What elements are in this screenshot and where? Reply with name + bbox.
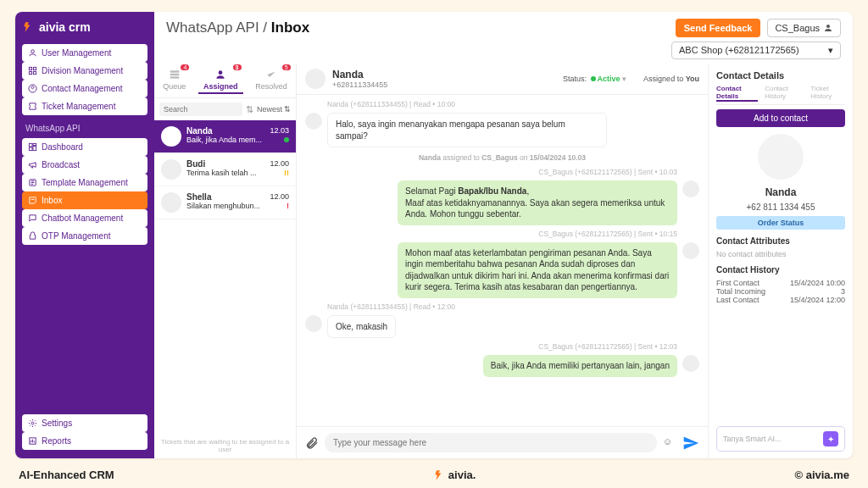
chat-contact-phone: +628111334455	[332, 80, 387, 89]
svg-rect-6	[33, 147, 36, 151]
shop-selector[interactable]: ABC Shop (+628121172565) ▾	[671, 42, 841, 59]
brand-logo: aivia crm	[22, 20, 147, 34]
avatar	[305, 69, 326, 89]
svg-point-15	[219, 70, 223, 75]
details-tab-ticket[interactable]: Ticket History	[810, 85, 845, 102]
logo-icon	[433, 469, 445, 481]
svg-rect-12	[170, 70, 180, 72]
message-row: Selamat Pagi Bapak/Ibu Nanda,Maaf atas k…	[305, 180, 699, 225]
avatar	[682, 180, 699, 197]
details-phone: +62 811 1334 455	[716, 202, 845, 212]
message-bubble: Halo, saya ingin menanyakan mengapa pesa…	[327, 113, 607, 147]
message-meta: CS_Bagus (+628121172565) | Sent • 10.03	[305, 168, 699, 176]
send-icon[interactable]	[682, 435, 699, 452]
nav-settings[interactable]: Settings	[22, 414, 147, 432]
tab-queue[interactable]: Queue4	[158, 67, 191, 94]
emoji-icon[interactable]: ☺	[663, 436, 676, 450]
attachment-icon[interactable]	[305, 436, 319, 450]
history-row: Total Incoming3	[716, 287, 845, 296]
add-to-contact-button[interactable]: Add to contact	[716, 109, 845, 127]
sparkle-icon: ✦	[823, 431, 838, 446]
message-bubble: Baik, jika Anda memiliki pertanyaan lain…	[483, 355, 677, 377]
svg-rect-2	[29, 71, 31, 74]
message-row: Mohon maaf atas keterlambatan pengiriman…	[305, 242, 699, 298]
nav-section-whatsapp: WhatsApp API	[22, 119, 147, 135]
details-header: Contact Details	[716, 70, 845, 80]
breadcrumb: WhatsApp API / Inbox	[166, 19, 309, 36]
nav-otp-management[interactable]: OTP Management	[22, 227, 147, 245]
contact-attributes-empty: No contact attributes	[716, 250, 845, 258]
assignment-divider: Nanda assigned to CS_Bagus on 15/04/2024…	[305, 152, 699, 164]
nav-division-management[interactable]: Division Management	[22, 62, 147, 80]
svg-point-9	[31, 422, 34, 424]
history-row: Last Contact15/4/2024 12:00	[716, 296, 845, 304]
svg-rect-5	[33, 143, 36, 145]
svg-rect-4	[29, 143, 32, 147]
svg-rect-0	[29, 67, 31, 69]
message-bubble: Selamat Pagi Bapak/Ibu Nanda,Maaf atas k…	[398, 180, 677, 225]
send-feedback-button[interactable]: Send Feedback	[676, 19, 761, 37]
waiting-note: Tickets that are waiting to be assigned …	[154, 433, 296, 458]
current-user-pill[interactable]: CS_Bagus	[767, 19, 841, 37]
user-icon	[823, 23, 833, 33]
nav-user-management[interactable]: User Management	[22, 44, 147, 62]
search-input[interactable]	[159, 103, 242, 116]
chat-contact-name: Nanda	[332, 69, 387, 80]
svg-point-11	[826, 25, 830, 28]
resolved-icon	[265, 69, 277, 80]
tab-assigned[interactable]: Assigned3	[198, 67, 243, 94]
svg-rect-1	[33, 67, 36, 69]
topbar: WhatsApp API / Inbox Send Feedback CS_Ba…	[154, 12, 853, 40]
message-meta: Nanda (+628111334455) | Read • 12:00	[305, 302, 699, 311]
history-row: First Contact15/4/2024 10:00	[716, 279, 845, 287]
sidebar: aivia crm User ManagementDivision Manage…	[15, 12, 154, 458]
conversation-item[interactable]: Budi12.00Terima kasih telah ...!!	[154, 153, 296, 186]
tab-resolved[interactable]: Resolved5	[250, 67, 292, 94]
message-bubble: Mohon maaf atas keterlambatan pengiriman…	[398, 242, 677, 298]
conversation-list-panel: Queue4 Assigned3 Resolved5 ⇅ Newest ⇅	[154, 64, 297, 458]
details-tab-history[interactable]: Contact History	[765, 85, 804, 102]
message-meta: Nanda (+628111334455) | Read • 10:00	[305, 100, 699, 108]
avatar	[682, 355, 699, 372]
nav-broadcast[interactable]: Broadcast	[22, 156, 147, 174]
avatar	[161, 159, 181, 180]
contact-history-title: Contact History	[716, 265, 845, 274]
message-meta: CS_Bagus (+628121172565) | Sent • 12:03	[305, 342, 699, 351]
nav-reports[interactable]: Reports	[22, 432, 147, 450]
nav-template-management[interactable]: Template Management	[22, 174, 147, 191]
status-badge[interactable]: Status: Active ▾	[563, 75, 626, 83]
avatar	[161, 192, 181, 213]
nav-dashboard[interactable]: Dashboard	[22, 138, 147, 156]
contact-attributes-title: Contact Attributes	[716, 236, 845, 246]
contact-details-panel: Contact Details Contact Details Contact …	[709, 64, 853, 458]
order-status-button[interactable]: Order Status	[716, 216, 845, 230]
avatar	[682, 242, 699, 259]
queue-icon	[169, 69, 181, 80]
nav-chatbot-management[interactable]: Chatbot Management	[22, 209, 147, 227]
assigned-to: Assigned to You	[643, 75, 699, 83]
message-meta: CS_Bagus (+628121172565) | Sent • 10:15	[305, 230, 699, 238]
avatar	[161, 126, 181, 147]
sort-newest[interactable]: Newest ⇅	[257, 105, 291, 114]
page-footer: AI-Enhanced CRM aivia. © aivia.me	[0, 465, 868, 488]
svg-rect-3	[33, 71, 36, 74]
message-row: Oke, makasih	[305, 315, 699, 339]
conversation-item[interactable]: Nanda12.03Baik, jika Anda mem...	[154, 120, 296, 153]
svg-rect-13	[170, 74, 180, 75]
svg-rect-7	[29, 147, 32, 151]
details-name: Nanda	[716, 186, 845, 198]
avatar	[758, 134, 804, 180]
nav-ticket-management[interactable]: Ticket Management	[22, 97, 147, 115]
message-bubble: Oke, makasih	[327, 315, 396, 339]
message-row: Baik, jika Anda memiliki pertanyaan lain…	[305, 355, 699, 377]
message-input[interactable]	[325, 433, 657, 452]
nav-inbox[interactable]: Inbox	[22, 191, 147, 209]
conversation-item[interactable]: Shella12.00Silakan menghubun...!	[154, 186, 296, 219]
smart-ai-input[interactable]: Tanya Smart AI... ✦	[716, 426, 845, 452]
avatar	[305, 315, 322, 332]
chat-panel: Nanda +628111334455 Status: Active ▾ Ass…	[297, 64, 709, 458]
nav-contact-management[interactable]: Contact Management	[22, 80, 147, 97]
assigned-icon	[214, 69, 226, 80]
details-tab-details[interactable]: Contact Details	[716, 85, 758, 102]
svg-rect-14	[170, 76, 180, 78]
